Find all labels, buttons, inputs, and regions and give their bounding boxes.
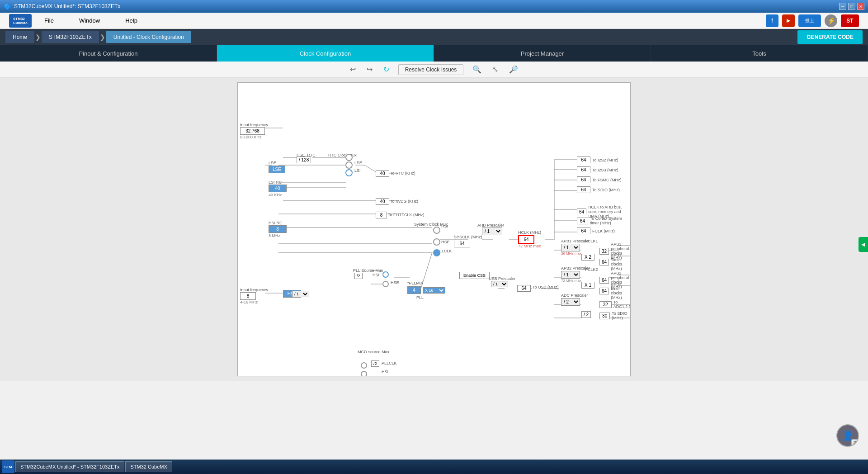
input-freq-unit-1: 0-1000 KHz bbox=[240, 135, 262, 139]
x2-box: X 2 bbox=[581, 254, 594, 261]
close-button[interactable]: ✕ bbox=[857, 3, 864, 10]
input-freq-val-1[interactable]: 32.768 bbox=[240, 127, 265, 135]
tab-clock[interactable]: Clock Configuration bbox=[217, 45, 434, 62]
refresh-icon[interactable]: ↻ bbox=[382, 63, 391, 76]
breadcrumb-mcu[interactable]: STM32F103ZETx bbox=[42, 31, 99, 43]
lse-box[interactable]: LSE bbox=[269, 166, 285, 173]
adc-select[interactable]: / 2 bbox=[561, 298, 580, 306]
lsi-box[interactable]: 40 bbox=[269, 185, 287, 192]
ahb-select[interactable]: / 1 bbox=[482, 228, 502, 235]
pll-src-circle-2[interactable] bbox=[382, 281, 389, 287]
undo-icon[interactable]: ↩ bbox=[348, 63, 358, 76]
lse-mux-label: LSE bbox=[354, 161, 362, 165]
resolve-clock-button[interactable]: Resolve Clock Issues bbox=[398, 64, 464, 75]
tab-pinout[interactable]: Pinout & Configuration bbox=[0, 45, 217, 62]
breadcrumb-config[interactable]: Untitled - Clock Configuration bbox=[106, 31, 191, 43]
menu-window[interactable]: Window bbox=[75, 15, 104, 26]
tab-bar: Pinout & Configuration Clock Configurati… bbox=[0, 45, 868, 62]
zoom-out-icon[interactable]: 🔎 bbox=[507, 63, 520, 76]
rtc-mux-circle-3[interactable] bbox=[345, 169, 353, 176]
rtc-mux-circle-2[interactable] bbox=[345, 161, 353, 169]
hse-pll-label: HSE bbox=[391, 280, 399, 285]
pll-mul-val[interactable]: 4 bbox=[407, 286, 421, 294]
hse-sys-label: HSE bbox=[441, 240, 450, 244]
social-icon-1[interactable]: f bbox=[766, 14, 778, 27]
social-icon-2[interactable]: ▶ bbox=[782, 14, 795, 27]
sdio-mhz-output: 64 To SDIO (MHz) bbox=[577, 186, 620, 193]
menu-file[interactable]: File bbox=[41, 15, 57, 26]
zoom-in-icon[interactable]: 🔍 bbox=[471, 63, 483, 76]
title-bar: 🔷 STM32CubeMX Untitled*: STM32F103ZETx ─… bbox=[0, 0, 868, 13]
fsmc-output: 64 To FSMC (MHz) bbox=[577, 176, 622, 183]
ahb-div-select[interactable]: / 1 bbox=[482, 228, 502, 235]
hsi-rc-label: HSI RC bbox=[269, 221, 283, 225]
main-area: Input frequency 32.768 0-1000 KHz LSE LS… bbox=[0, 78, 868, 381]
pll-src-circle-1[interactable] bbox=[382, 271, 389, 278]
tab-project[interactable]: Project Manager bbox=[434, 45, 651, 62]
usb-prescaler-label: USB Prescaler bbox=[489, 276, 515, 281]
apb1-select[interactable]: / 1 bbox=[561, 244, 580, 251]
toolbar: ↩ ↪ ↻ Resolve Clock Issues 🔍 ⤡ 🔎 bbox=[0, 62, 868, 78]
menu-help[interactable]: Help bbox=[122, 15, 141, 26]
sys-mux-pll[interactable] bbox=[433, 249, 440, 256]
pclk2-label: PCLK2 bbox=[585, 267, 598, 272]
social-icons: f ▶ 投上 ⚡ ST bbox=[766, 14, 859, 27]
avatar[interactable]: 👤 英 bbox=[836, 424, 859, 447]
pllclk-mco-label: PLLCLK bbox=[382, 361, 397, 365]
sys-mux-hse[interactable] bbox=[433, 238, 440, 246]
tab-tools[interactable]: Tools bbox=[651, 45, 868, 62]
menu-items: File Window Help bbox=[41, 15, 141, 26]
hsi-pll-label: HSI bbox=[373, 273, 379, 277]
mco-circle-2[interactable] bbox=[361, 371, 367, 376]
apb2-select[interactable]: / 1 bbox=[561, 271, 580, 279]
social-icon-3[interactable]: 投上 bbox=[798, 14, 821, 27]
apb1-timer-output: 64 APB1 Timer clocks (MHz) bbox=[599, 253, 630, 271]
usb-output-label: To USB (MHz) bbox=[533, 285, 559, 289]
div128-box[interactable]: / 128 bbox=[297, 156, 311, 163]
taskbar-start[interactable]: STM bbox=[2, 460, 14, 473]
pll-mul-area: 4 X 16 bbox=[407, 286, 445, 294]
i2s2-output: 64 To I2S2 (MHz) bbox=[577, 156, 618, 163]
pll-src-label: PLL Source Mux bbox=[353, 268, 383, 273]
breadcrumb-home[interactable]: Home bbox=[5, 31, 34, 43]
hclk-val[interactable]: 64 bbox=[518, 235, 534, 244]
input-freq-unit-2: 4-16 MHz bbox=[240, 300, 258, 304]
usb-div-select[interactable]: / 1 bbox=[491, 281, 508, 287]
hsi-mco-label: HSI bbox=[382, 370, 388, 374]
social-icon-4[interactable]: ⚡ bbox=[825, 14, 837, 27]
hsi-box[interactable]: 8 bbox=[269, 225, 287, 233]
adc-output: 32 To ADC1,2,3 bbox=[599, 300, 631, 309]
redo-icon[interactable]: ↪ bbox=[365, 63, 374, 76]
pclk1-label: PCLK1 bbox=[585, 239, 598, 243]
title-bar-controls[interactable]: ─ □ ✕ bbox=[839, 3, 864, 10]
app-icon: 🔷 bbox=[4, 3, 11, 10]
input-freq-label-2: Input frequency bbox=[240, 288, 268, 292]
taskbar-item-1[interactable]: STM32CubeMX Untitled* - STM32F103ZETx bbox=[15, 461, 124, 472]
lsi-rc-label: LSI RC bbox=[269, 180, 282, 185]
hse-div-select[interactable]: / 1 bbox=[292, 291, 309, 297]
mco-circle-1[interactable] bbox=[361, 362, 367, 369]
div2-bottom-box: / 2 bbox=[581, 311, 591, 318]
menu-bar: STM32CubeMX File Window Help f ▶ 投上 ⚡ ST bbox=[0, 13, 868, 29]
expand-button[interactable]: ◀ bbox=[859, 237, 868, 252]
to-rtc-label: To RTC (KHz) bbox=[390, 171, 415, 175]
x1-box: X 1 bbox=[581, 282, 594, 289]
generate-code-button[interactable]: GENERATE CODE bbox=[797, 30, 863, 44]
enable-css-btn[interactable]: Enable CSS bbox=[459, 272, 490, 279]
taskbar: STM STM32CubeMX Untitled* - STM32F103ZET… bbox=[0, 460, 868, 474]
taskbar-item-2[interactable]: STM32 CubeMX bbox=[125, 461, 172, 472]
input-freq-val-2[interactable]: 8 bbox=[240, 292, 256, 300]
pll-label: PLL bbox=[416, 295, 424, 300]
minimize-button[interactable]: ─ bbox=[839, 3, 846, 10]
lsi-mux-label: LSI bbox=[354, 168, 361, 173]
cortex-timer-output: 64 To Cortex System timer (MHz) bbox=[577, 216, 630, 225]
rtc-mux-circle-1[interactable] bbox=[345, 154, 353, 161]
sys-mux-hsi[interactable] bbox=[433, 227, 440, 234]
hsi-div2-box[interactable]: /2 bbox=[354, 273, 363, 279]
breadcrumb-items: Home ❯ STM32F103ZETx ❯ Untitled - Clock … bbox=[5, 31, 191, 43]
fit-icon[interactable]: ⤡ bbox=[491, 63, 500, 76]
maximize-button[interactable]: □ bbox=[848, 3, 855, 10]
mco-src-label: MCO source Mux bbox=[358, 350, 389, 354]
lsi-unit: 40 KHz bbox=[269, 193, 282, 197]
pll-mul-select[interactable]: X 16 bbox=[423, 287, 445, 294]
